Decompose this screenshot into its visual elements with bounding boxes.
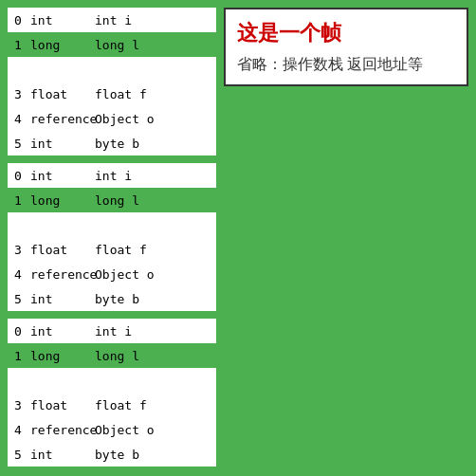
table-row: 3 float float f [8, 237, 216, 262]
table-row: 0 int int i [8, 8, 216, 32]
cell-type: float [27, 87, 93, 101]
cell-name: int i [93, 13, 216, 27]
cell-index: 4 [8, 423, 27, 437]
cell-index: 0 [8, 324, 27, 339]
cell-name: float f [93, 243, 216, 257]
cell-index: 4 [8, 267, 27, 282]
cell-name: float f [93, 398, 216, 412]
cell-type: int [27, 13, 93, 27]
table-row: 5 int byte b [8, 442, 216, 467]
cell-index: 1 [8, 38, 27, 52]
cell-type: reference [27, 112, 93, 126]
table-row [8, 212, 216, 237]
cell-type: int [27, 292, 93, 306]
table-row: 3 float float f [8, 393, 216, 417]
cell-name: float f [93, 87, 216, 101]
table-row [8, 368, 216, 393]
cell-name: byte b [93, 292, 216, 306]
left-column: 0 int int i 1 long long l 3 float float … [8, 8, 216, 468]
frame-1: 0 int int i 1 long long l 3 float float … [8, 8, 216, 156]
cell-type: float [27, 243, 93, 257]
table-row: 4 reference Object o [8, 417, 216, 442]
frame-3: 0 int int i 1 long long l 3 float float … [8, 319, 216, 467]
cell-index: 5 [8, 137, 27, 151]
cell-type: reference [27, 267, 93, 282]
cell-type: int [27, 137, 93, 151]
cell-name: long l [93, 349, 216, 363]
table-row: 0 int int i [8, 163, 216, 188]
table-row: 4 reference Object o [8, 262, 216, 286]
cell-type: long [27, 38, 93, 52]
panel-title: 这是一个帧 [237, 19, 455, 47]
cell-name: byte b [93, 448, 216, 462]
table-row: 5 int byte b [8, 131, 216, 156]
cell-index: 1 [8, 349, 27, 363]
cell-index: 5 [8, 448, 27, 462]
cell-name: byte b [93, 137, 216, 151]
table-row: 0 int int i [8, 319, 216, 343]
table-row: 3 float float f [8, 82, 216, 106]
table-row: 1 long long l [8, 188, 216, 212]
table-row: 5 int byte b [8, 286, 216, 311]
cell-name: int i [93, 169, 216, 183]
panel-description: 省略：操作数栈 返回地址等 [237, 55, 455, 75]
frame-2: 0 int int i 1 long long l 3 float float … [8, 163, 216, 311]
cell-name: Object o [93, 423, 216, 437]
cell-type: float [27, 398, 93, 412]
cell-type: int [27, 324, 93, 339]
info-panel: 这是一个帧 省略：操作数栈 返回地址等 [224, 8, 468, 86]
cell-name: int i [93, 324, 216, 339]
table-row: 1 long long l [8, 32, 216, 57]
cell-index: 5 [8, 292, 27, 306]
cell-index: 3 [8, 398, 27, 412]
table-row: 1 long long l [8, 343, 216, 368]
cell-type: long [27, 193, 93, 208]
cell-type: long [27, 349, 93, 363]
cell-type: int [27, 448, 93, 462]
main-container: 0 int int i 1 long long l 3 float float … [0, 0, 476, 476]
table-row: 4 reference Object o [8, 106, 216, 131]
cell-name: long l [93, 38, 216, 52]
cell-index: 0 [8, 13, 27, 27]
cell-index: 1 [8, 193, 27, 208]
cell-index: 4 [8, 112, 27, 126]
cell-index: 3 [8, 243, 27, 257]
cell-type: int [27, 169, 93, 183]
cell-type: reference [27, 423, 93, 437]
cell-name: long l [93, 193, 216, 208]
cell-name: Object o [93, 267, 216, 282]
table-row [8, 57, 216, 82]
cell-name: Object o [93, 112, 216, 126]
cell-index: 0 [8, 169, 27, 183]
cell-index: 3 [8, 87, 27, 101]
